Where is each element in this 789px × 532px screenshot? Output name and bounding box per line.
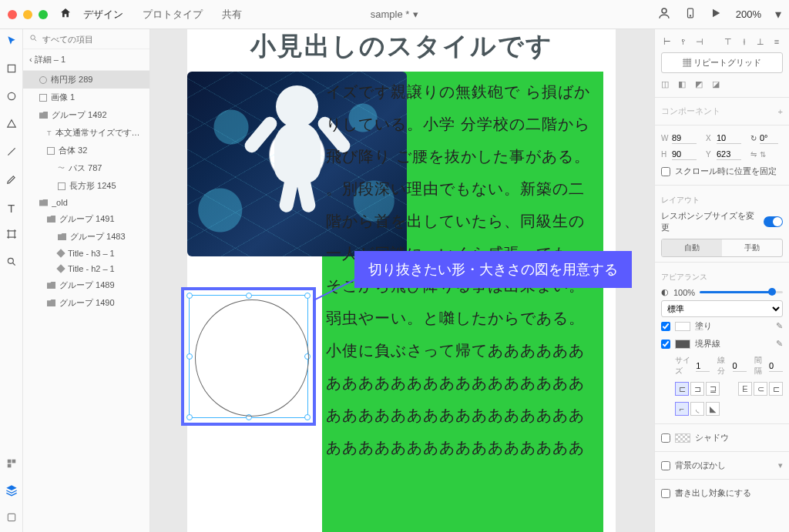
- resize-handle[interactable]: [304, 414, 311, 420]
- stroke-outer-icon[interactable]: ⊒: [706, 382, 720, 396]
- y-input[interactable]: [717, 149, 741, 160]
- align-center-h-icon[interactable]: ⫯: [677, 35, 690, 48]
- chevron-down-icon[interactable]: ▾: [413, 8, 418, 20]
- stroke-swatch[interactable]: [675, 340, 690, 349]
- fill-swatch[interactable]: [675, 322, 690, 331]
- zoom-level[interactable]: 200%: [736, 8, 761, 20]
- tab-prototype[interactable]: プロトタイプ: [143, 8, 203, 22]
- tab-design[interactable]: デザイン: [83, 8, 123, 22]
- layer-item-group[interactable]: グループ 1491: [23, 210, 149, 228]
- stroke-size-input[interactable]: [696, 360, 710, 372]
- stroke-dash-input[interactable]: [733, 360, 747, 372]
- chevron-down-icon[interactable]: ▾: [778, 460, 783, 470]
- x-input[interactable]: [717, 132, 741, 144]
- window-min[interactable]: [23, 10, 32, 19]
- resize-handle[interactable]: [246, 293, 252, 299]
- bool-subtract-icon[interactable]: ◧: [678, 79, 686, 89]
- height-input[interactable]: [672, 149, 697, 160]
- layer-item-component[interactable]: Title - h3 – 1: [23, 246, 149, 261]
- stroke-center-icon[interactable]: ⊐: [690, 382, 704, 396]
- selection-box[interactable]: [181, 287, 316, 426]
- resize-handle[interactable]: [304, 293, 311, 299]
- layer-item-ellipse[interactable]: 楕円形 289: [23, 71, 149, 89]
- tab-share[interactable]: 共有: [222, 8, 242, 22]
- align-bottom-icon[interactable]: ⊥: [754, 35, 767, 48]
- cap-round-icon[interactable]: ⊂: [754, 382, 767, 396]
- opacity-slider[interactable]: [700, 291, 783, 293]
- callout-line: [314, 277, 360, 300]
- add-component-icon[interactable]: +: [778, 107, 783, 116]
- window-close[interactable]: [8, 10, 17, 19]
- artboard-tool[interactable]: [6, 229, 17, 243]
- resize-handle[interactable]: [186, 414, 193, 420]
- layer-item-folder-old[interactable]: _old: [23, 195, 149, 210]
- stroke-inner-icon[interactable]: ⊏: [675, 382, 689, 396]
- shadow-swatch[interactable]: [675, 433, 690, 443]
- chevron-down-icon[interactable]: ▾: [775, 7, 781, 22]
- eyedropper-icon[interactable]: ✎: [776, 321, 783, 331]
- blur-checkbox[interactable]: [661, 461, 670, 470]
- bool-intersect-icon[interactable]: ◩: [695, 79, 703, 89]
- layer-item-image[interactable]: 画像 1: [23, 89, 149, 106]
- repeat-grid-button[interactable]: ▦ リピートグリッド: [661, 52, 783, 73]
- window-max[interactable]: [39, 10, 48, 19]
- bool-exclude-icon[interactable]: ◪: [712, 79, 720, 89]
- distribute-icon[interactable]: ≡: [771, 35, 783, 48]
- responsive-mode-segment[interactable]: 自動手動: [661, 239, 783, 257]
- polygon-tool[interactable]: [6, 119, 17, 132]
- user-icon[interactable]: [657, 6, 671, 23]
- stroke-checkbox[interactable]: [661, 340, 670, 349]
- eyedropper-icon[interactable]: ✎: [776, 339, 783, 349]
- select-tool[interactable]: [6, 35, 17, 49]
- home-icon[interactable]: [59, 7, 72, 22]
- align-right-icon[interactable]: ⊣: [693, 35, 706, 48]
- flip-v-icon[interactable]: ⇅: [760, 150, 766, 159]
- align-top-icon[interactable]: ⊤: [722, 35, 734, 48]
- layer-item-group[interactable]: グループ 1492: [23, 106, 149, 124]
- layer-item-component[interactable]: Title - h2 – 1: [23, 261, 149, 276]
- assets-icon[interactable]: [6, 458, 17, 472]
- play-icon[interactable]: [710, 7, 722, 22]
- align-left-icon[interactable]: ⊢: [661, 35, 673, 48]
- layer-item-group[interactable]: グループ 1490: [23, 294, 149, 312]
- layer-item-group[interactable]: グループ 1489: [23, 276, 149, 294]
- layer-item-union[interactable]: 合体 32: [23, 142, 149, 159]
- ellipse-shape[interactable]: [195, 299, 309, 417]
- resize-handle[interactable]: [186, 293, 193, 299]
- blend-mode-select[interactable]: 標準: [661, 300, 783, 317]
- zoom-tool[interactable]: [6, 256, 17, 270]
- rotation-input[interactable]: [760, 132, 778, 144]
- flip-h-icon[interactable]: ⇋: [750, 150, 757, 159]
- layer-item-rect[interactable]: 長方形 1245: [23, 177, 149, 195]
- cap-square-icon[interactable]: ⊏: [769, 382, 783, 396]
- rotate-icon[interactable]: ↻: [750, 134, 757, 142]
- rectangle-tool[interactable]: [6, 63, 17, 77]
- layers-back[interactable]: ‹ 詳細 – 1: [23, 49, 149, 71]
- plugins-icon[interactable]: [6, 512, 17, 526]
- pen-tool[interactable]: [6, 174, 17, 188]
- stroke-gap-input[interactable]: [769, 360, 783, 372]
- join-bevel-icon[interactable]: ◣: [706, 402, 720, 416]
- resize-handle[interactable]: [186, 353, 193, 360]
- scroll-fix-checkbox[interactable]: [661, 167, 670, 176]
- layer-item-group[interactable]: グループ 1483: [23, 228, 149, 246]
- ellipse-tool[interactable]: [6, 91, 17, 105]
- join-round-icon[interactable]: ◟: [690, 402, 704, 416]
- join-miter-icon[interactable]: ⌐: [675, 402, 689, 416]
- mobile-icon[interactable]: [685, 6, 696, 23]
- responsive-toggle[interactable]: [764, 216, 783, 227]
- export-checkbox[interactable]: [661, 489, 670, 498]
- width-input[interactable]: [672, 132, 697, 144]
- bool-add-icon[interactable]: ◫: [661, 79, 669, 89]
- layers-icon[interactable]: [5, 484, 18, 500]
- fill-checkbox[interactable]: [661, 322, 670, 331]
- align-middle-icon[interactable]: ⫲: [738, 35, 750, 48]
- text-tool[interactable]: T: [8, 202, 15, 215]
- canvas[interactable]: 小見出しのスタイルです イズです親譲りの無鉄砲で ら損ばかりしている。小学 分学…: [150, 29, 654, 532]
- shadow-checkbox[interactable]: [661, 433, 670, 443]
- layer-item-path[interactable]: 〜パス 787: [23, 159, 149, 177]
- cap-butt-icon[interactable]: E: [738, 382, 752, 396]
- layer-item-text[interactable]: T本文通常サイズです親譲りの無…: [23, 124, 149, 142]
- line-tool[interactable]: [6, 146, 17, 160]
- layer-search-input[interactable]: [42, 35, 149, 44]
